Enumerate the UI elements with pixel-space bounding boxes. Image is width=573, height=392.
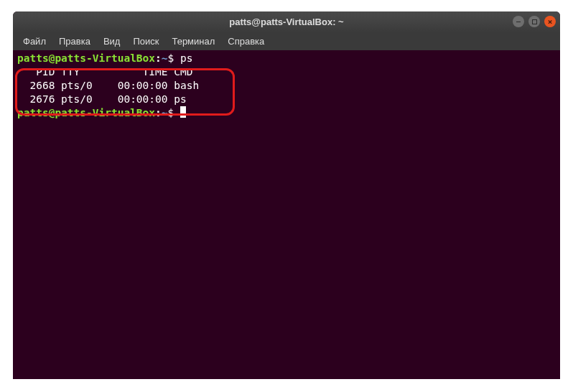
menu-terminal[interactable]: Терминал — [166, 34, 220, 49]
prompt-symbol: $ — [168, 107, 174, 118]
terminal-line-prompt-2: patts@patts-VirtualBox:~$ — [17, 106, 556, 120]
menu-help[interactable]: Справка — [222, 34, 270, 49]
ps-data-row: 2676 pts/0 00:00:00 ps — [17, 93, 556, 106]
window-title: patts@patts-VirtualBox: ~ — [229, 17, 343, 27]
titlebar[interactable]: patts@patts-VirtualBox: ~ — [13, 11, 560, 32]
menu-file[interactable]: Файл — [17, 34, 52, 49]
prompt-symbol: $ — [168, 52, 174, 64]
terminal-line-prompt-1: patts@patts-VirtualBox:~$ ps — [17, 52, 556, 65]
prompt-colon: : — [155, 107, 162, 118]
cursor-icon — [180, 106, 186, 118]
menu-edit[interactable]: Правка — [53, 34, 96, 49]
close-icon[interactable] — [544, 16, 556, 27]
menu-view[interactable]: Вид — [98, 34, 126, 49]
prompt-path: ~ — [162, 107, 168, 118]
terminal-body[interactable]: patts@patts-VirtualBox:~$ ps PID TTY TIM… — [13, 50, 560, 121]
ps-data-row: 2668 pts/0 00:00:00 bash — [17, 79, 556, 93]
menu-search[interactable]: Поиск — [127, 34, 164, 49]
prompt-colon: : — [155, 52, 162, 64]
terminal-window: patts@patts-VirtualBox: ~ Файл Правка Ви… — [13, 11, 560, 379]
minimize-icon[interactable] — [513, 16, 524, 27]
window-controls — [513, 16, 556, 27]
prompt-path: ~ — [162, 52, 168, 64]
prompt-user-host: patts@patts-VirtualBox — [17, 52, 155, 64]
ps-header-row: PID TTY TIME CMD — [17, 65, 556, 79]
menubar: Файл Правка Вид Поиск Терминал Справка — [13, 32, 560, 50]
maximize-icon[interactable] — [528, 16, 540, 27]
prompt-user-host: patts@patts-VirtualBox — [17, 107, 155, 118]
command-text: ps — [180, 52, 192, 64]
